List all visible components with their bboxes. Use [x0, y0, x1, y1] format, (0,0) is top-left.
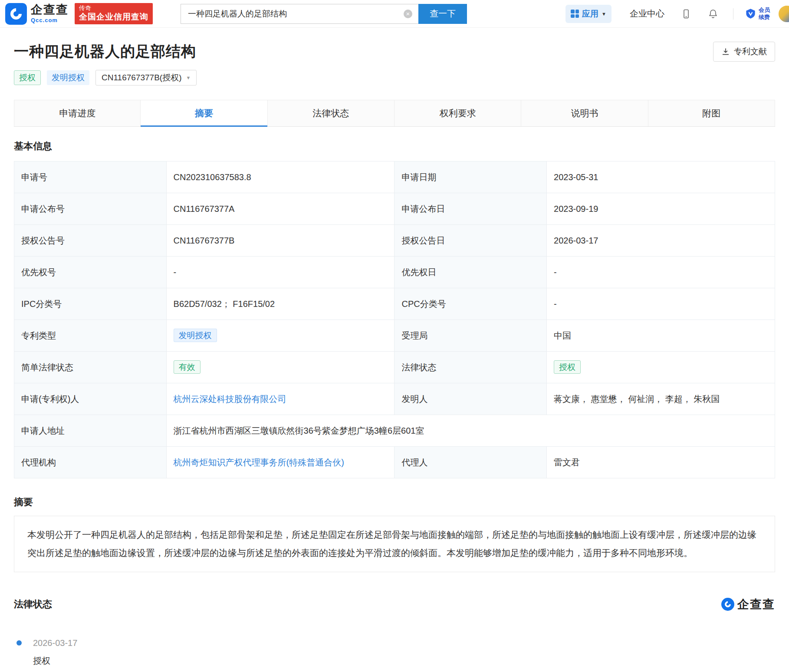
qcc-watermark-icon	[721, 598, 734, 611]
patent-detail-page: 一种四足机器人的足部结构 专利文献 授权 发明授权 CN116767377B(授…	[0, 42, 789, 667]
field-value: 授权	[547, 352, 775, 383]
field-value: B62D57/032； F16F15/02	[166, 288, 394, 320]
field-value: -	[166, 257, 394, 288]
top-bar: 企查查 Qcc.com 传奇 全国企业信用查询 × 查一下 应用 ▼ 企业中心	[0, 0, 789, 28]
table-row: 专利类型 发明授权 受理局 中国	[14, 320, 775, 352]
member-line1: 会员	[759, 7, 770, 13]
notifications-bell-icon[interactable]	[708, 9, 718, 19]
field-value: 2026-03-17	[547, 225, 775, 257]
detail-tabs: 申请进度 摘要 法律状态 权利要求 说明书 附图	[14, 100, 775, 127]
tab-drawings[interactable]: 附图	[648, 100, 775, 126]
tab-application-progress[interactable]: 申请进度	[14, 100, 141, 126]
timeline-date: 2026-03-17	[33, 638, 775, 648]
applicant-company-link[interactable]: 杭州云深处科技股份有限公司	[174, 394, 286, 404]
chevron-down-icon: ▼	[186, 75, 191, 80]
clear-search-icon[interactable]: ×	[404, 10, 412, 18]
tab-description[interactable]: 说明书	[521, 100, 648, 126]
search-input[interactable]	[181, 4, 418, 24]
field-label: 优先权号	[14, 257, 167, 288]
table-row: IPC分类号 B62D57/032； F16F15/02 CPC分类号 -	[14, 288, 775, 320]
field-label: 简单法律状态	[14, 352, 167, 383]
field-label: 申请公布日	[394, 193, 547, 225]
timeline-status: 授权	[33, 655, 775, 667]
field-label: 授权公告号	[14, 225, 167, 257]
field-label: 优先权日	[394, 257, 547, 288]
promo-text: 全国企业信用查询	[79, 12, 148, 22]
field-value: CN116767377B	[166, 225, 394, 257]
field-value: 浙江省杭州市西湖区三墩镇欣然街36号紫金梦想广场3幢6层601室	[166, 415, 775, 447]
field-label: IPC分类号	[14, 288, 167, 320]
basic-info-table: 申请号 CN202310637583.8 申请日期 2023-05-31 申请公…	[14, 161, 775, 478]
legal-status-timeline: 2026-03-17 授权	[14, 638, 775, 667]
legal-status-badge: 授权	[554, 360, 581, 374]
tab-legal-status[interactable]: 法律状态	[268, 100, 394, 126]
mobile-app-icon[interactable]	[681, 9, 691, 19]
table-row: 代理机构 杭州奇炬知识产权代理事务所(特殊普通合伙) 代理人 雷文君	[14, 447, 775, 478]
field-label: 授权公告日	[394, 225, 547, 257]
field-label: 申请日期	[394, 161, 547, 193]
field-label: 申请(专利权)人	[14, 383, 167, 415]
patent-number-selector[interactable]: CN116767377B(授权) ▼	[95, 70, 197, 86]
timeline-dot-icon	[16, 640, 22, 646]
field-value: 雷文君	[547, 447, 775, 478]
tab-claims[interactable]: 权利要求	[394, 100, 521, 126]
field-label: 法律状态	[394, 352, 547, 383]
field-value: 杭州云深处科技股份有限公司	[166, 383, 394, 415]
nav-divider	[733, 8, 733, 20]
table-row: 授权公告号 CN116767377B 授权公告日 2026-03-17	[14, 225, 775, 257]
patent-type-badge: 发明授权	[47, 70, 89, 85]
vip-badge-icon	[745, 8, 756, 20]
field-value: -	[547, 288, 775, 320]
field-value: 杭州奇炬知识产权代理事务所(特殊普通合伙)	[166, 447, 394, 478]
field-label: 申请公布号	[14, 193, 167, 225]
field-label: 发明人	[394, 383, 547, 415]
brand-name: 企查查	[31, 4, 69, 16]
status-badge: 授权	[14, 70, 41, 85]
abstract-text: 本发明公开了一种四足机器人的足部结构，包括足部骨架和足垫，所述足垫固定在所述足部…	[14, 516, 775, 572]
field-value: 2023-05-31	[547, 161, 775, 193]
download-icon	[721, 47, 730, 56]
table-row: 申请公布号 CN116767377A 申请公布日 2023-09-19	[14, 193, 775, 225]
basic-info-heading: 基本信息	[14, 140, 775, 153]
agency-link[interactable]: 杭州奇炬知识产权代理事务所(特殊普通合伙)	[174, 458, 344, 467]
member-line2: 续费	[759, 14, 770, 21]
field-label: 代理机构	[14, 447, 167, 478]
promo-tag: 传奇	[79, 4, 148, 12]
validity-badge: 有效	[174, 360, 201, 374]
tab-abstract[interactable]: 摘要	[141, 100, 267, 126]
enterprise-center-link[interactable]: 企业中心	[630, 8, 664, 20]
field-label: CPC分类号	[394, 288, 547, 320]
chevron-down-icon: ▼	[602, 11, 606, 16]
table-row: 申请(专利权)人 杭州云深处科技股份有限公司 发明人 蒋文康， 惠堂懋， 何祉润…	[14, 383, 775, 415]
field-label: 受理局	[394, 320, 547, 352]
brand-domain: Qcc.com	[31, 17, 69, 23]
patent-document-button[interactable]: 专利文献	[713, 42, 775, 62]
field-value: -	[547, 257, 775, 288]
field-label: 申请号	[14, 161, 167, 193]
field-value: CN116767377A	[166, 193, 394, 225]
qcc-watermark: 企查查	[721, 596, 775, 612]
field-value: 蒋文康， 惠堂懋， 何祉润， 李超， 朱秋国	[547, 383, 775, 415]
field-value: 有效	[166, 352, 394, 383]
apps-menu[interactable]: 应用 ▼	[565, 5, 611, 23]
qcc-watermark-text: 企查查	[737, 596, 775, 612]
field-label: 申请人地址	[14, 415, 167, 447]
search-button[interactable]: 查一下	[418, 4, 467, 24]
table-row: 申请人地址 浙江省杭州市西湖区三墩镇欣然街36号紫金梦想广场3幢6层601室	[14, 415, 775, 447]
apps-label: 应用	[582, 8, 598, 20]
field-value: 中国	[547, 320, 775, 352]
table-row: 优先权号 - 优先权日 -	[14, 257, 775, 288]
qcc-logo-icon	[5, 3, 27, 25]
qcc-logo[interactable]: 企查查 Qcc.com	[5, 3, 69, 25]
field-value: CN202310637583.8	[166, 161, 394, 193]
table-row: 申请号 CN202310637583.8 申请日期 2023-05-31	[14, 161, 775, 193]
member-renewal-button[interactable]: 会员 续费	[745, 7, 770, 21]
abstract-heading: 摘要	[14, 496, 775, 509]
apps-grid-icon	[571, 10, 579, 18]
field-label: 代理人	[394, 447, 547, 478]
field-value: 发明授权	[166, 320, 394, 352]
search-bar: × 查一下	[181, 4, 467, 24]
page-title: 一种四足机器人的足部结构	[14, 42, 196, 62]
legal-status-heading: 法律状态	[14, 598, 52, 611]
top-nav: 应用 ▼ 企业中心 会员 续费	[565, 5, 789, 23]
